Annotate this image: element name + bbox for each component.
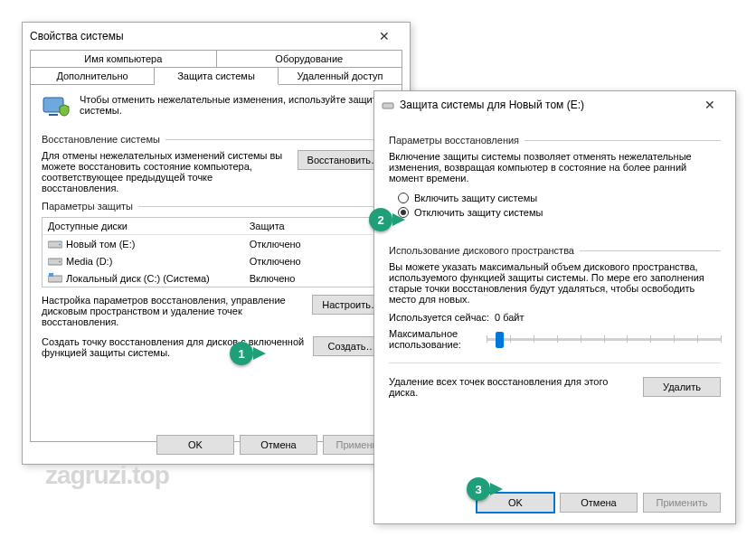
drive-icon bbox=[48, 239, 62, 250]
svg-rect-8 bbox=[383, 103, 393, 108]
radio-enable[interactable]: Включить защиту системы bbox=[398, 193, 721, 203]
group-disk-usage: Использование дискового пространства bbox=[389, 245, 721, 256]
ok-button[interactable]: OK bbox=[156, 435, 234, 455]
tab-system-protection[interactable]: Защита системы bbox=[155, 67, 279, 85]
info-text: Чтобы отменить нежелательные изменения, … bbox=[80, 94, 391, 123]
callout-2: 2 bbox=[369, 208, 405, 231]
drive-row[interactable]: Media (D:) Отключено bbox=[43, 252, 390, 269]
svg-point-5 bbox=[59, 261, 61, 263]
monitor-shield-icon bbox=[42, 94, 71, 123]
apply-button[interactable]: Применить bbox=[643, 493, 721, 513]
tab-remote[interactable]: Удаленный доступ bbox=[279, 67, 402, 85]
callout-3: 3 bbox=[467, 477, 503, 501]
system-protection-dialog: Защита системы для Новый том (E:) ✕ Пара… bbox=[373, 90, 736, 524]
titlebar: Защита системы для Новый том (E:) ✕ bbox=[374, 91, 735, 118]
delete-text: Удаление всех точек восстановления для э… bbox=[389, 376, 634, 398]
disk-usage-description: Вы можете указать максимальный объем дис… bbox=[389, 261, 721, 305]
used-value: 0 байт bbox=[495, 312, 524, 323]
tabs-row-bottom: Дополнительно Защита системы Удаленный д… bbox=[30, 67, 402, 85]
drive-icon bbox=[382, 99, 394, 111]
delete-button[interactable]: Удалить bbox=[643, 377, 721, 397]
restore-text: Для отмены нежелательных изменений систе… bbox=[42, 150, 290, 193]
tabs-row-top: Имя компьютера Оборудование bbox=[30, 50, 402, 68]
usage-row: Используется сейчас: 0 байт bbox=[389, 312, 721, 323]
tab-panel: Чтобы отменить нежелательные изменения, … bbox=[30, 85, 402, 442]
col-header-drive: Доступные диски bbox=[43, 218, 244, 234]
cancel-button[interactable]: Отмена bbox=[240, 435, 317, 455]
tab-hardware[interactable]: Оборудование bbox=[217, 50, 403, 68]
radio-icon bbox=[398, 193, 409, 203]
svg-rect-7 bbox=[49, 273, 53, 277]
info-row: Чтобы отменить нежелательные изменения, … bbox=[42, 94, 391, 123]
restore-description: Включение защиты системы позволяет отмен… bbox=[389, 151, 721, 184]
tab-computer-name[interactable]: Имя компьютера bbox=[30, 50, 217, 68]
window-title: Свойства системы bbox=[30, 30, 366, 42]
drive-list-header: Доступные диски Защита bbox=[43, 218, 390, 235]
dialog-buttons: OK Отмена Применить bbox=[477, 493, 721, 513]
group-restore: Восстановление системы bbox=[42, 134, 391, 145]
configure-text: Настройка параметров восстановления, упр… bbox=[42, 295, 305, 327]
drive-row[interactable]: Локальный диск (C:) (Система) Включено bbox=[43, 269, 390, 287]
svg-rect-1 bbox=[49, 114, 58, 116]
close-icon[interactable]: ✕ bbox=[366, 29, 402, 43]
delete-row: Удаление всех точек восстановления для э… bbox=[389, 376, 721, 398]
drive-system-icon bbox=[48, 273, 62, 284]
titlebar: Свойства системы ✕ bbox=[23, 23, 410, 50]
window-title: Защита системы для Новый том (E:) bbox=[400, 99, 692, 111]
col-header-protection: Защита bbox=[244, 218, 390, 234]
dialog-body: Параметры восстановления Включение защит… bbox=[374, 118, 735, 523]
svg-rect-6 bbox=[48, 276, 62, 282]
group-protection-params: Параметры защиты bbox=[42, 201, 391, 212]
drive-row[interactable]: Новый том (E:) Отключено bbox=[43, 235, 390, 252]
callout-1: 1 bbox=[230, 342, 266, 365]
cancel-button[interactable]: Отмена bbox=[560, 493, 638, 513]
dialog-buttons: OK Отмена Применить bbox=[156, 435, 401, 455]
max-usage-row: Максимальное использование: bbox=[389, 328, 721, 350]
used-label: Используется сейчас: bbox=[389, 312, 489, 323]
max-usage-label: Максимальное использование: bbox=[389, 328, 479, 350]
group-restore-params: Параметры восстановления bbox=[389, 135, 721, 146]
drive-list[interactable]: Доступные диски Защита Новый том (E:) От… bbox=[42, 217, 391, 287]
watermark: zagruzi.top bbox=[45, 461, 169, 490]
usage-slider[interactable] bbox=[487, 338, 721, 341]
system-properties-window: Свойства системы ✕ Имя компьютера Оборуд… bbox=[22, 22, 411, 465]
create-text: Создать точку восстановления для дисков … bbox=[42, 336, 306, 358]
drive-icon bbox=[48, 256, 62, 267]
tab-advanced[interactable]: Дополнительно bbox=[30, 67, 155, 85]
close-icon[interactable]: ✕ bbox=[692, 98, 728, 112]
slider-thumb[interactable] bbox=[496, 332, 504, 348]
svg-point-3 bbox=[59, 244, 61, 246]
radio-disable[interactable]: Отключить защиту системы bbox=[398, 207, 721, 218]
